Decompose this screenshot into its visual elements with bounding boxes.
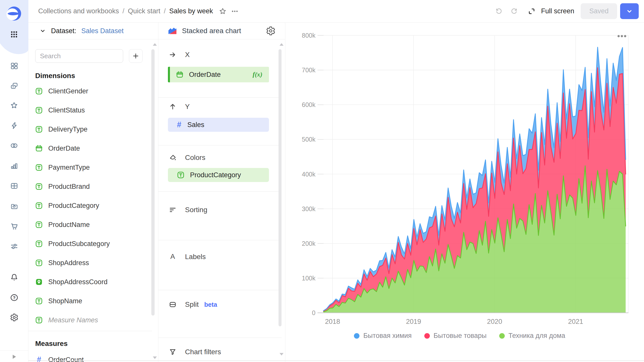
legend-item[interactable]: Бытовые товары bbox=[424, 332, 487, 340]
dataset-scroll-down[interactable] bbox=[153, 356, 157, 359]
left-nav-rail: ? bbox=[0, 0, 28, 362]
section-chart-filters: Chart filters bbox=[169, 347, 221, 357]
field-type-icon bbox=[35, 87, 43, 95]
help-icon[interactable]: ? bbox=[10, 293, 18, 302]
dataset-name-link[interactable]: Sales Dataset bbox=[81, 27, 124, 35]
x-field-pill[interactable]: OrderDate f(x) bbox=[168, 67, 269, 82]
field-item[interactable]: ClientStatus bbox=[35, 103, 143, 118]
field-item[interactable]: ProductSubcategory bbox=[35, 236, 143, 251]
section-split-label: Split bbox=[185, 300, 199, 309]
legend-item[interactable]: Техника для дома bbox=[499, 332, 565, 340]
dataset-collapse-chevron-icon[interactable] bbox=[39, 28, 46, 34]
field-item[interactable]: ProductName bbox=[35, 217, 143, 232]
field-label: ProductBrand bbox=[48, 183, 90, 191]
dataset-scroll-up[interactable] bbox=[153, 43, 157, 46]
field-type-icon bbox=[35, 259, 43, 267]
section-divider bbox=[158, 145, 282, 145]
collections-icon[interactable] bbox=[10, 82, 18, 90]
svg-text:700k: 700k bbox=[302, 67, 316, 74]
legend-item[interactable]: Бытовая химия bbox=[354, 332, 411, 340]
apps-grid-icon[interactable] bbox=[10, 30, 18, 39]
expand-rail-icon[interactable] bbox=[10, 352, 18, 361]
field-item[interactable]: DeliveryType bbox=[35, 122, 143, 137]
colors-field-pill[interactable]: ProductCategory bbox=[168, 168, 269, 182]
legend-dot bbox=[499, 333, 505, 339]
field-type-icon bbox=[35, 106, 43, 114]
tables-icon[interactable] bbox=[10, 182, 18, 190]
breadcrumb: Collections and workbooks / Quick start … bbox=[28, 7, 239, 16]
breadcrumb-workbook[interactable]: Quick start bbox=[128, 7, 160, 15]
section-labels: A Labels bbox=[169, 252, 206, 262]
y-field-pill[interactable]: # Sales bbox=[168, 118, 269, 132]
favorite-star-icon[interactable] bbox=[218, 7, 227, 16]
svg-text:600k: 600k bbox=[302, 101, 316, 108]
funnel-icon bbox=[169, 348, 176, 356]
field-item[interactable]: ClientGender bbox=[35, 84, 143, 99]
legend-dot bbox=[424, 333, 430, 339]
section-colors: Colors bbox=[169, 153, 205, 163]
field-label: PaymentType bbox=[48, 164, 90, 171]
section-sorting-label: Sorting bbox=[185, 206, 207, 214]
field-item[interactable]: ShopName bbox=[35, 293, 143, 309]
field-search-input[interactable] bbox=[35, 49, 123, 63]
field-type-icon bbox=[35, 316, 43, 324]
field-item[interactable]: ProductBrand bbox=[35, 179, 143, 194]
connections-icon[interactable] bbox=[10, 141, 18, 150]
add-field-button[interactable] bbox=[129, 49, 143, 63]
field-type-icon bbox=[35, 183, 43, 190]
field-item[interactable]: ProductCategory bbox=[35, 198, 143, 213]
chart-settings-gear-icon[interactable] bbox=[266, 26, 275, 36]
legend-dot bbox=[354, 333, 359, 339]
field-type-icon bbox=[35, 240, 43, 248]
svg-text:?: ? bbox=[13, 295, 16, 300]
config-scroll-down[interactable] bbox=[280, 353, 284, 355]
section-y-label: Y bbox=[185, 103, 190, 111]
field-label: ProductName bbox=[48, 221, 90, 229]
svg-text:2020: 2020 bbox=[487, 318, 502, 325]
field-label: ClientGender bbox=[48, 87, 88, 95]
settings-gear-icon[interactable] bbox=[10, 313, 18, 322]
quick-actions-icon[interactable] bbox=[10, 121, 18, 130]
svg-text:0: 0 bbox=[312, 309, 315, 316]
charts-icon[interactable] bbox=[10, 161, 18, 170]
formula-fx-badge[interactable]: f(x) bbox=[253, 71, 269, 78]
section-split: Split beta bbox=[169, 299, 217, 310]
sorting-icon bbox=[169, 206, 176, 214]
config-scroll-up[interactable] bbox=[280, 43, 284, 46]
dataset-header-label: Dataset: bbox=[51, 27, 76, 35]
section-y: Y bbox=[169, 102, 190, 112]
datalens-chart-editor: ? Collections and workbooks / Quick star… bbox=[0, 0, 644, 362]
section-x: X bbox=[169, 50, 190, 60]
field-item[interactable]: ShopAddressCoord bbox=[35, 274, 143, 289]
config-scrollbar[interactable] bbox=[279, 49, 282, 326]
breadcrumb-collections[interactable]: Collections and workbooks bbox=[38, 7, 119, 15]
field-label: ProductSubcategory bbox=[48, 240, 110, 248]
services-sliders-icon[interactable] bbox=[10, 242, 18, 251]
colors-field-label: ProductCategory bbox=[190, 171, 241, 179]
svg-text:A: A bbox=[170, 253, 175, 260]
field-item[interactable]: ShopAddress bbox=[35, 255, 143, 270]
field-type-icon bbox=[35, 126, 43, 133]
field-label: OrderCount bbox=[48, 356, 84, 362]
field-type-icon bbox=[35, 164, 43, 171]
field-item[interactable]: PaymentType bbox=[35, 160, 143, 175]
files-icon[interactable] bbox=[10, 202, 18, 210]
marketplace-cart-icon[interactable] bbox=[10, 222, 18, 230]
stacked-area-chart-icon bbox=[168, 27, 177, 35]
datalens-logo[interactable] bbox=[6, 6, 22, 21]
dataset-scrollbar[interactable] bbox=[151, 49, 155, 316]
chart-menu-dots-icon[interactable] bbox=[616, 32, 628, 40]
number-hash-icon: # bbox=[177, 121, 181, 129]
field-item[interactable]: Measure Names bbox=[35, 313, 143, 328]
field-item[interactable]: OrderDate bbox=[35, 141, 143, 156]
svg-text:2018: 2018 bbox=[325, 318, 340, 325]
y-field-label: Sales bbox=[187, 121, 204, 129]
rail-divider bbox=[0, 350, 28, 351]
chart-legend: Бытовая химия Бытовые товары Техника для… bbox=[280, 332, 639, 340]
dashboards-icon[interactable] bbox=[10, 62, 18, 70]
more-actions-icon[interactable] bbox=[231, 7, 239, 16]
chart-preview-pane: 0100k200k300k400k500k600k700k800k2018201… bbox=[285, 23, 644, 362]
notifications-bell-icon[interactable] bbox=[10, 273, 18, 281]
svg-text:200k: 200k bbox=[302, 240, 316, 247]
favorites-icon[interactable] bbox=[10, 101, 18, 110]
